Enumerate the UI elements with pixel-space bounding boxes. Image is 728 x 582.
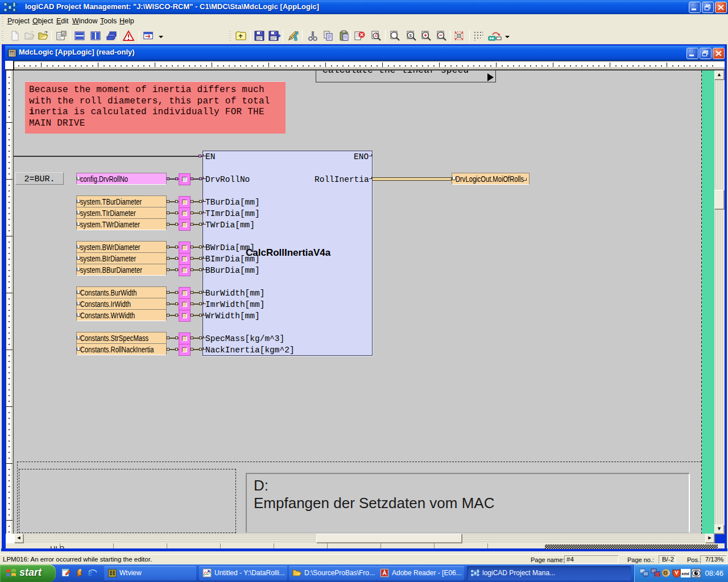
svg-text:xml: xml <box>681 571 689 576</box>
svg-text:$: $ <box>410 33 412 38</box>
svg-text:e: e <box>88 567 93 578</box>
